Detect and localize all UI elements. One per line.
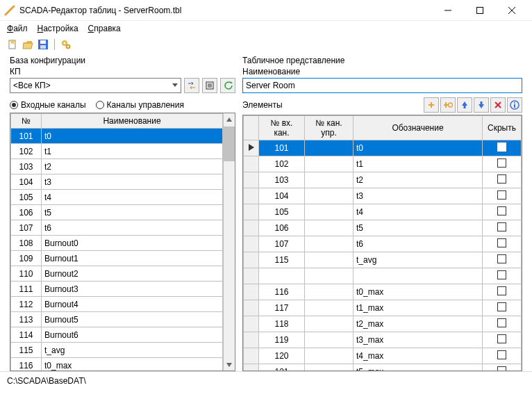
table-row[interactable]: 103t2 xyxy=(244,172,522,188)
table-row[interactable]: 112Burnout4 xyxy=(11,297,223,312)
table-row[interactable]: 110Burnout2 xyxy=(11,266,223,282)
radio-control-channels[interactable]: Каналы управления xyxy=(96,100,184,110)
table-row[interactable]: 121t5_max xyxy=(244,364,522,371)
table-row[interactable]: 103t2 xyxy=(11,159,223,174)
col-designation[interactable]: Обозначение xyxy=(354,116,483,140)
scrollbar[interactable] xyxy=(223,113,235,370)
window-title: SCADA-Редактор таблиц - ServerRoom.tbl xyxy=(19,6,432,15)
scroll-down-icon[interactable] xyxy=(224,359,235,370)
maximize-button[interactable] xyxy=(464,0,496,21)
toolbar xyxy=(0,36,532,53)
svg-point-26 xyxy=(449,103,453,107)
col-in-channel[interactable]: № вх. кан. xyxy=(259,116,305,140)
table-row[interactable]: 104t3 xyxy=(244,188,522,204)
menubar: Файл Настройка Справка xyxy=(0,21,532,36)
table-row[interactable]: 116t0_max xyxy=(244,284,522,300)
name-input[interactable]: Server Room xyxy=(242,78,522,93)
delete-button[interactable] xyxy=(490,97,506,113)
menu-file[interactable]: Файл xyxy=(7,24,28,33)
col-hide[interactable]: Скрыть xyxy=(483,116,522,140)
menu-settings[interactable]: Настройка xyxy=(38,24,78,33)
col-no[interactable]: № xyxy=(11,114,42,129)
table-row[interactable]: 119t3_max xyxy=(244,332,522,348)
table-row[interactable]: 106t5 xyxy=(11,205,223,220)
add-item-button[interactable] xyxy=(424,97,439,113)
radio-input-channels[interactable]: Входные каналы xyxy=(10,100,86,110)
properties-button[interactable] xyxy=(202,78,217,93)
info-button[interactable] xyxy=(507,97,522,113)
scroll-up-icon[interactable] xyxy=(224,113,235,125)
table-row[interactable]: 114Burnout6 xyxy=(11,327,223,343)
hide-checkbox[interactable] xyxy=(497,286,506,295)
new-icon[interactable] xyxy=(7,39,18,50)
table-row[interactable]: 101t0 xyxy=(244,140,522,156)
gears-icon[interactable] xyxy=(60,39,72,50)
table-row[interactable]: 118t2_max xyxy=(244,316,522,332)
elements-label: Элементы xyxy=(242,100,283,110)
table-row[interactable]: 106t5 xyxy=(244,220,522,236)
table-row[interactable]: 116t0_max xyxy=(11,358,223,371)
table-row[interactable]: 105t4 xyxy=(11,190,223,205)
hide-checkbox[interactable] xyxy=(497,158,506,168)
channels-table[interactable]: № Наименование 101t0102t1103t2104t3105t4… xyxy=(10,113,223,370)
hide-checkbox[interactable] xyxy=(497,206,506,215)
table-view-panel: Табличное представление Наименование Ser… xyxy=(242,56,522,371)
hide-checkbox[interactable] xyxy=(497,270,506,279)
svg-rect-35 xyxy=(514,104,515,108)
table-row[interactable]: 102t1 xyxy=(11,144,223,159)
hide-checkbox[interactable] xyxy=(497,350,506,359)
table-row[interactable]: 107t6 xyxy=(244,236,522,252)
table-row[interactable]: 105t4 xyxy=(244,204,522,220)
add-empty-button[interactable] xyxy=(440,97,456,113)
table-row[interactable]: 111Burnout3 xyxy=(11,282,223,297)
svg-rect-2 xyxy=(477,7,483,13)
hide-checkbox[interactable] xyxy=(497,174,506,184)
save-icon[interactable] xyxy=(38,39,49,50)
table-row[interactable]: 120t4_max xyxy=(244,348,522,364)
move-down-button[interactable] xyxy=(474,97,489,113)
hide-checkbox[interactable] xyxy=(497,366,506,370)
table-row[interactable]: 115t_avg xyxy=(11,343,223,358)
col-ctl-channel[interactable]: № кан. упр. xyxy=(305,116,354,140)
close-button[interactable] xyxy=(496,0,528,21)
svg-point-11 xyxy=(64,42,66,44)
transfer-button[interactable] xyxy=(184,78,199,93)
table-row[interactable]: 113Burnout5 xyxy=(11,312,223,327)
table-row[interactable]: 101t0 xyxy=(11,129,223,144)
table-row[interactable]: 115t_avg xyxy=(244,252,522,268)
move-up-button[interactable] xyxy=(457,97,472,113)
minimize-button[interactable] xyxy=(432,0,464,21)
hide-checkbox[interactable] xyxy=(497,254,506,263)
hide-checkbox[interactable] xyxy=(497,334,506,343)
config-panel: База конфигурации КП <Все КП> Входные ка… xyxy=(10,56,235,371)
table-row[interactable]: 107t6 xyxy=(11,220,223,236)
svg-line-0 xyxy=(6,6,14,15)
hide-checkbox[interactable] xyxy=(497,190,506,200)
hide-checkbox[interactable] xyxy=(497,142,506,152)
table-row[interactable]: 108Burnout0 xyxy=(11,236,223,251)
hide-checkbox[interactable] xyxy=(497,318,506,327)
hide-checkbox[interactable] xyxy=(497,302,506,311)
refresh-button[interactable] xyxy=(220,78,235,93)
table-row[interactable]: 117t1_max xyxy=(244,300,522,316)
separator xyxy=(54,39,55,50)
kp-label: КП xyxy=(10,67,235,78)
config-group-title: База конфигурации xyxy=(10,56,235,67)
menu-help[interactable]: Справка xyxy=(88,24,121,33)
svg-rect-30 xyxy=(481,101,483,104)
table-row[interactable]: 104t3 xyxy=(11,174,223,190)
kp-select[interactable]: <Все КП> xyxy=(10,78,181,93)
scroll-thumb[interactable] xyxy=(224,127,235,161)
elements-table[interactable]: № вх. кан. № кан. упр. Обозначение Скрыт… xyxy=(243,115,522,370)
status-bar: C:\SCADA\BaseDAT\ xyxy=(0,371,532,390)
hide-checkbox[interactable] xyxy=(497,222,506,231)
col-name[interactable]: Наименование xyxy=(42,114,223,129)
table-row[interactable]: 102t1 xyxy=(244,156,522,172)
hide-checkbox[interactable] xyxy=(497,238,506,247)
open-icon[interactable] xyxy=(22,39,33,50)
view-group-title: Табличное представление xyxy=(242,56,522,67)
svg-marker-14 xyxy=(172,83,178,87)
titlebar: SCADA-Редактор таблиц - ServerRoom.tbl xyxy=(0,0,532,21)
table-row[interactable] xyxy=(244,268,522,284)
table-row[interactable]: 109Burnout1 xyxy=(11,251,223,266)
